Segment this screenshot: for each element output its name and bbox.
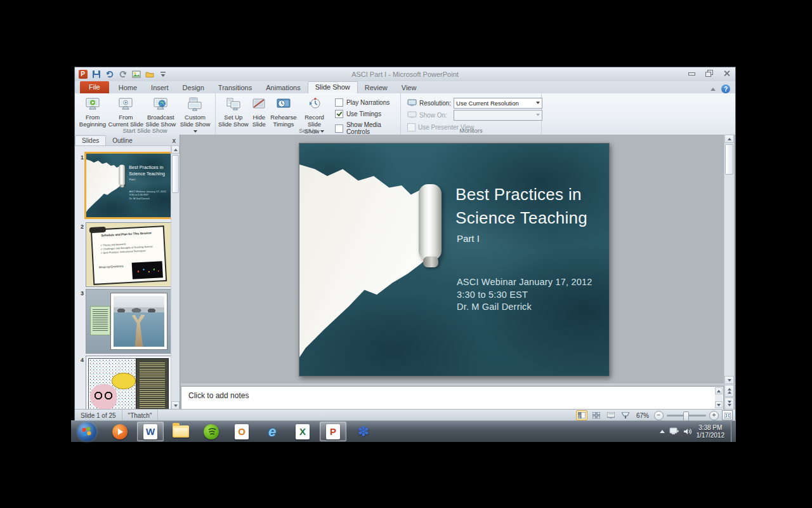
fit-to-window-button[interactable] (722, 410, 733, 420)
scrollbar-thumb[interactable] (172, 155, 179, 193)
close-button[interactable] (723, 69, 731, 77)
tab-insert[interactable]: Insert (144, 83, 176, 93)
thumbnail-slide-2[interactable]: Schedule and Plan for This Session ✓ The… (86, 222, 171, 287)
taskbar-outlook[interactable]: O (228, 422, 255, 441)
tab-file[interactable]: File (80, 81, 109, 93)
slide-title: Best Practices inScience Teaching (455, 183, 587, 230)
taskbar-powerpoint[interactable]: P (320, 422, 346, 441)
zoom-in-button[interactable]: + (709, 411, 719, 420)
slides-pane: Slides Outline x 1 Best Practices inScie… (75, 135, 180, 410)
collapse-ribbon-icon[interactable] (710, 88, 716, 91)
slide-show-view-button[interactable] (620, 410, 631, 420)
science-image (132, 261, 163, 279)
tab-review[interactable]: Review (358, 83, 395, 93)
document-area: Slides Outline x 1 Best Practices inScie… (75, 135, 735, 410)
notes-pane[interactable]: Click to add notes (181, 386, 724, 410)
scroll-up-icon[interactable] (724, 135, 734, 143)
tab-slide-show[interactable]: Slide Show (308, 81, 358, 93)
scroll-down-icon[interactable] (715, 401, 723, 408)
open-folder-icon[interactable] (144, 70, 155, 79)
previous-slide-icon[interactable] (724, 385, 734, 397)
taskbar-excel[interactable]: X (289, 422, 316, 441)
undo-icon[interactable] (104, 70, 115, 79)
show-desktop-button[interactable] (731, 421, 736, 442)
use-timings-checkbox[interactable]: Use Timings (335, 110, 394, 118)
reading-view-button[interactable] (605, 410, 617, 420)
tab-slides[interactable]: Slides (75, 135, 106, 145)
main-scrollbar[interactable] (724, 135, 734, 410)
resolution-select[interactable]: Use Current Resolution (454, 98, 542, 109)
windows-flag-icon (82, 426, 92, 437)
zoom-level[interactable]: 67% (636, 412, 649, 419)
tab-transitions[interactable]: Transitions (211, 83, 259, 93)
scroll-up-icon[interactable] (171, 145, 180, 154)
show-hidden-icons[interactable] (660, 430, 665, 433)
scroll-down-icon[interactable] (724, 376, 734, 384)
slide-counter: Slide 1 of 25 (75, 410, 122, 421)
media-player-icon (112, 424, 128, 439)
from-beginning-button[interactable]: FromBeginning (77, 95, 108, 128)
taskbar-flower-app[interactable]: ✽ (350, 422, 377, 441)
network-icon[interactable] (669, 427, 679, 436)
thumbnail-slide-3[interactable] (86, 289, 171, 354)
theme-name: "Thatch" (122, 410, 159, 421)
slides-pane-scrollbar[interactable] (171, 145, 180, 410)
resolution-monitor-icon (407, 99, 417, 107)
broadcast-slide-show-button[interactable]: BroadcastSlide Show (144, 95, 178, 128)
help-icon[interactable]: ? (721, 84, 730, 93)
zoom-out-button[interactable]: − (654, 411, 664, 420)
tab-design[interactable]: Design (176, 83, 211, 93)
powerpoint-icon: P (326, 424, 340, 439)
rehearse-timings-button[interactable]: RehearseTimings (270, 95, 298, 128)
customize-qat-icon[interactable] (157, 70, 168, 79)
hide-slide-button[interactable]: HideSlide (249, 95, 270, 128)
tab-view[interactable]: View (395, 83, 424, 93)
taskbar-internet-explorer[interactable]: e (259, 422, 285, 441)
close-pane-icon[interactable]: x (168, 137, 180, 145)
tab-animations[interactable]: Animations (259, 83, 307, 93)
save-icon[interactable] (91, 70, 102, 79)
clock[interactable]: 3:38 PM 1/17/2012 (697, 424, 725, 439)
flower-icon: ✽ (358, 424, 369, 440)
taskbar-media-player[interactable] (107, 422, 133, 441)
set-up-slide-show-button[interactable]: Set UpSlide Show (218, 95, 249, 128)
redo-icon[interactable] (117, 70, 128, 79)
minimize-button[interactable] (687, 69, 696, 77)
normal-view-button[interactable] (576, 410, 587, 420)
window-title: ASCI Part I - Microsoft PowerPoint (75, 70, 735, 78)
slide-part-label: Part I (457, 233, 480, 244)
slide-number: 3 (77, 289, 84, 354)
slide-sorter-view-button[interactable] (591, 410, 602, 420)
restore-button[interactable] (705, 69, 714, 77)
start-button[interactable] (77, 422, 96, 441)
group-start-slide-show: FromBeginning FromCurrent Slide Broadcas… (75, 93, 216, 135)
slide-number: 2 (77, 222, 84, 287)
show-on-monitor-icon (407, 111, 417, 119)
record-clock-icon (307, 97, 322, 112)
notes-scrollbar[interactable] (715, 387, 723, 408)
thumbnail-slide-4[interactable] (86, 356, 171, 410)
powerpoint-window: P ASCI Part I (74, 67, 736, 422)
taskbar-explorer[interactable] (167, 422, 194, 441)
group-monitors: Resolution: Use Current Resolution Show … (401, 93, 542, 135)
next-slide-icon[interactable] (724, 398, 734, 410)
powerpoint-logo-icon[interactable]: P (77, 70, 88, 79)
scroll-up-icon[interactable] (715, 387, 723, 394)
slide-canvas[interactable]: Best Practices inScience Teaching Part I… (299, 143, 610, 377)
tab-home[interactable]: Home (112, 83, 144, 93)
notes-placeholder[interactable]: Click to add notes (181, 387, 723, 400)
speaker-icon[interactable] (683, 427, 692, 436)
from-current-slide-button[interactable]: FromCurrent Slide (108, 95, 144, 128)
zoom-slider-thumb[interactable] (683, 411, 689, 421)
outlook-icon: O (235, 424, 249, 439)
play-narrations-checkbox[interactable]: Play Narrations (335, 98, 394, 107)
scrollbar-thumb[interactable] (725, 144, 733, 175)
picture-icon[interactable] (131, 70, 141, 79)
zoom-slider[interactable] (667, 415, 706, 417)
taskbar-word[interactable]: W (137, 422, 164, 441)
thumbnail-slide-1[interactable]: Best Practices inScience Teaching Part I… (84, 152, 171, 219)
slide-number: 1 (77, 153, 84, 218)
tab-outline[interactable]: Outline (106, 136, 139, 145)
desktop-screen: P ASCI Part I (71, 66, 736, 441)
taskbar-spotify[interactable] (198, 422, 225, 441)
